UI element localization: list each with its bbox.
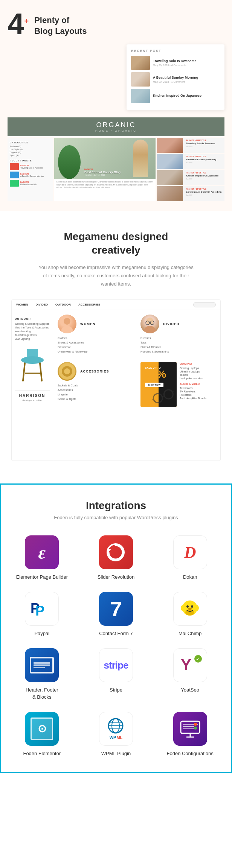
mm-divided-hoodies[interactable]: Hoodies & Sweatshirts <box>140 350 216 353</box>
right-posts-col: FASHION • LIFESTYLE Traveling Solo Is Aw… <box>157 138 224 201</box>
svg-point-10 <box>144 326 156 333</box>
integration-hfb: Header, Footer& Blocks <box>9 648 75 700</box>
wpml-icon: WPML <box>99 712 133 746</box>
mm-outdoor-item-4[interactable]: Tool Storage Items <box>15 334 50 336</box>
stripe-label: Stripe <box>110 687 122 693</box>
mm-audio-amp[interactable]: Audio Amplifier Boards <box>180 397 216 400</box>
recent-post-thumb-3 <box>131 89 150 103</box>
yoast-icon: Y ✓ <box>173 648 207 682</box>
foden-elementor-icon: ⊙ <box>25 712 59 746</box>
svg-point-16 <box>64 368 70 374</box>
mm-divided-block: DIVIDED Dresses Tops Shirts & Blouses Ho… <box>140 315 216 354</box>
rp-meta-2: May 30, 2018 • 1 Comment <box>153 81 198 83</box>
mm-nav-outdoor[interactable]: OUTDOOR <box>55 302 71 307</box>
mm-outdoor-item-3[interactable]: Woodworking <box>15 330 50 333</box>
integration-foden-elementor: ⊙ Foden Elementor <box>9 712 75 757</box>
mm-women-heading: WOMEN <box>80 322 96 326</box>
right-post-card-4: FASHION • LIFESTYLE Lorem Ipsum Dolor Si… <box>157 186 224 201</box>
sidebar-cat-4[interactable]: Sport (4) <box>10 154 50 157</box>
svg-point-18 <box>163 389 174 400</box>
mm-women-swimwear[interactable]: Swimwear <box>58 345 133 349</box>
harrison-logo: HARRISON design studio <box>15 390 50 405</box>
dokan-icon: D <box>173 535 207 569</box>
mm-acc-lingerie[interactable]: Lingerie <box>58 393 133 396</box>
mm-divided-tops[interactable]: Tops <box>140 341 216 344</box>
blog-main-text: Lorem ipsum dolor sit consectetur adipis… <box>54 179 156 191</box>
shop-now-button[interactable]: SHOP NOW <box>145 383 163 387</box>
mm-divided-dresses[interactable]: Dresses <box>140 336 216 340</box>
mm-nav-divided[interactable]: DIVIDED <box>36 302 48 307</box>
recent-post-item-1: Traveling Solo Is Awesome May 30, 2018 •… <box>131 56 220 70</box>
mm-laptop-acc[interactable]: Laptop Accessories <box>180 377 216 380</box>
integration-mailchimp: MailChimp <box>157 592 223 637</box>
megamenu-title: Megamenu designedcreatively <box>11 230 221 257</box>
mm-acc-accessories[interactable]: Accessories <box>58 388 133 392</box>
svg-line-2 <box>23 363 25 381</box>
svg-point-8 <box>64 318 70 325</box>
svg-text:Y: Y <box>181 656 191 673</box>
mm-gaming-col: GAMING Gaming Laptops Ultraslim Laptops … <box>180 362 216 407</box>
mm-acc-socks[interactable]: Socks & Tights <box>58 397 133 401</box>
feature-post-info: ✦ Author ● Jun 16, 2019 <box>84 174 153 176</box>
svg-point-32 <box>194 605 199 611</box>
mm-ultraslim[interactable]: Ultraslim Laptops <box>180 370 216 373</box>
mm-left-col: OUTDOOR Welding & Soldering Supplies Mac… <box>12 310 53 461</box>
sidebar-cat-1[interactable]: Fashion (1) <box>10 145 50 147</box>
sidebar-cat-title: CATEGORIES <box>10 141 50 144</box>
mm-divided-shirts[interactable]: Shirts & Blouses <box>140 345 216 349</box>
cf7-label: Contact Form 7 <box>99 630 133 637</box>
mm-projectors[interactable]: Projectors <box>180 394 216 396</box>
mm-women-clothes[interactable]: Clothes <box>58 336 133 340</box>
mm-gaming-laptops[interactable]: Gaming Laptops <box>180 367 216 369</box>
wpml-label: WPML Plugin <box>101 750 131 757</box>
mm-acc-avatar <box>58 362 76 381</box>
integration-foden-config: Foden Configurations <box>157 712 223 757</box>
sidebar-recent-title: RECENT POSTS <box>10 160 50 162</box>
svg-point-22 <box>107 544 124 561</box>
right-post-card-2: FASHION • LIFESTYLE A Beautiful Sunday M… <box>157 154 224 169</box>
mm-tablets[interactable]: Tablets <box>180 374 216 376</box>
integration-elementor: ε Elementor Page Builder <box>9 535 75 581</box>
sidebar-thumb-1 <box>10 163 19 170</box>
integration-cf7: 7 Contact Form 7 <box>83 592 150 637</box>
mm-outdoor-item-2[interactable]: Machine Tools & Accessories <box>15 326 50 329</box>
mm-women-underwear[interactable]: Underwear & Nightwear <box>58 350 133 353</box>
mm-acc-jackets[interactable]: Jackets & Coats <box>58 384 133 387</box>
rpc-thumb-4 <box>157 186 183 201</box>
mm-search-box[interactable] <box>193 302 216 307</box>
chair-illustration <box>15 341 50 390</box>
megamenu-section: Megamenu designedcreatively You shop wil… <box>0 211 232 472</box>
right-post-card-3: FASHION • LIFESTYLE Kitchen Inspired On … <box>157 170 224 185</box>
sidebar-recent-3: FASHION Kitchen Inspired On <box>10 180 50 187</box>
mm-tv-receivers[interactable]: TV Receivers <box>180 390 216 393</box>
integrations-section: Integrations Foden is fully compatible w… <box>0 483 232 773</box>
yoast-label: YoatSeo <box>181 687 199 693</box>
mm-televisions[interactable]: Televisions <box>180 387 216 389</box>
mm-outdoor-item-1[interactable]: Welding & Soldering Supplies <box>15 322 50 325</box>
mm-gaming-title: GAMING <box>180 362 216 365</box>
paypal-label: Paypal <box>34 630 49 637</box>
right-post-card-1: FASHION • LIFESTYLE Traveling Solo Is Aw… <box>157 138 224 153</box>
recent-post-thumb-1 <box>131 56 150 70</box>
sidebar-thumb-3 <box>10 180 19 187</box>
recent-post-thumb-2 <box>131 72 150 87</box>
foden-elementor-label: Foden Elementor <box>23 750 61 757</box>
integrations-title: Integrations <box>9 500 223 512</box>
svg-point-9 <box>146 318 154 325</box>
sidebar-cat-2[interactable]: Life Style (4) <box>10 148 50 150</box>
cf7-number-display: 7 <box>110 597 122 621</box>
slider-icon <box>99 535 133 569</box>
mm-acc-heading: ACCESSORIES <box>80 369 109 373</box>
mm-outdoor-label: OUTDOOR <box>15 318 50 320</box>
mm-outdoor-item-5[interactable]: LED Lighting <box>15 337 50 340</box>
dokan-label: Dokan <box>183 574 197 581</box>
svg-text:P: P <box>35 603 44 619</box>
mm-women-shoes[interactable]: Shoes & Accessories <box>58 341 133 344</box>
mm-acc-sale-row: ACCESSORIES Jackets & Coats Accessories … <box>58 362 216 407</box>
recent-post-item-3: Kitchen Inspired On Japanese <box>131 89 220 103</box>
mm-nav-accessories[interactable]: ACCESSORIES <box>78 302 100 307</box>
mm-nav-women[interactable]: WOMEN <box>16 302 28 307</box>
integrations-desc: Foden is fully compatible with popular W… <box>9 515 223 520</box>
sidebar-cat-3[interactable]: Organic (2) <box>10 151 50 154</box>
stripe-text-logo: stripe <box>104 660 128 671</box>
